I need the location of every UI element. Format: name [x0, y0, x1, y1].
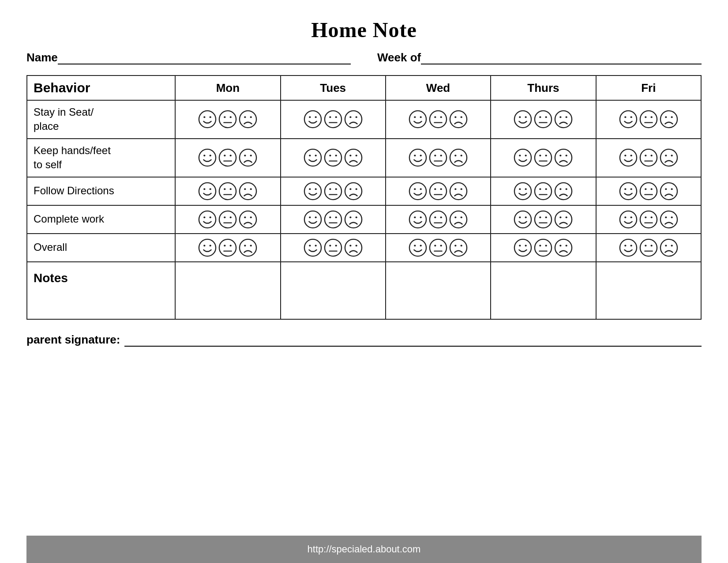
face-group: [494, 148, 593, 167]
face-group: [178, 182, 277, 200]
face-sad: [344, 238, 363, 257]
face-happy: [198, 210, 217, 229]
face-sad: [554, 110, 573, 128]
face-neutral: [639, 238, 658, 257]
face-neutral: [324, 182, 342, 200]
behavior-table: Behavior Mon Tues Wed Thurs Fri Stay in …: [26, 75, 702, 320]
face-happy: [304, 182, 322, 200]
face-group: [284, 182, 383, 200]
face-group: [178, 148, 277, 167]
face-sad: [554, 210, 573, 229]
day-cell: [596, 139, 701, 177]
table-row: Stay in Seat/place: [27, 100, 701, 139]
face-happy: [619, 238, 638, 257]
signature-line: [124, 333, 702, 347]
weekof-label: Week of: [377, 51, 421, 64]
notes-cell: [281, 262, 386, 319]
table-row: Overall: [27, 234, 701, 262]
face-group: [284, 148, 383, 167]
day-cell: [491, 234, 596, 262]
face-neutral: [639, 210, 658, 229]
face-neutral: [534, 210, 552, 229]
face-neutral: [324, 210, 342, 229]
face-neutral: [218, 182, 237, 200]
face-neutral: [324, 110, 342, 128]
face-happy: [198, 238, 217, 257]
day-cell: [596, 234, 701, 262]
face-sad: [344, 210, 363, 229]
face-neutral: [218, 238, 237, 257]
face-happy: [619, 148, 638, 167]
face-happy: [304, 110, 322, 128]
face-happy: [514, 148, 532, 167]
face-happy: [198, 182, 217, 200]
face-group: [599, 110, 698, 128]
face-happy: [619, 210, 638, 229]
face-group: [389, 182, 488, 200]
face-sad: [660, 148, 678, 167]
face-group: [494, 238, 593, 257]
table-row: Notes: [27, 262, 701, 319]
notes-cell: [491, 262, 596, 319]
face-happy: [514, 210, 532, 229]
face-sad: [660, 210, 678, 229]
day-cell: [491, 205, 596, 234]
face-group: [494, 110, 593, 128]
face-neutral: [534, 182, 552, 200]
face-sad: [449, 148, 468, 167]
name-underline: [58, 52, 351, 64]
day-cell: [175, 177, 280, 205]
face-happy: [304, 238, 322, 257]
day-cell: [386, 234, 491, 262]
behavior-label: Complete work: [27, 205, 175, 234]
col-header-mon: Mon: [175, 76, 280, 100]
face-happy: [409, 182, 427, 200]
face-sad: [660, 182, 678, 200]
day-cell: [281, 205, 386, 234]
day-cell: [596, 100, 701, 139]
face-group: [494, 210, 593, 229]
table-header-row: Behavior Mon Tues Wed Thurs Fri: [27, 76, 701, 100]
day-cell: [281, 100, 386, 139]
name-label: Name: [26, 51, 58, 64]
day-cell: [491, 139, 596, 177]
day-cell: [175, 234, 280, 262]
face-neutral: [218, 148, 237, 167]
col-header-thurs: Thurs: [491, 76, 596, 100]
face-sad: [554, 238, 573, 257]
face-happy: [409, 210, 427, 229]
day-cell: [281, 234, 386, 262]
day-cell: [175, 100, 280, 139]
face-group: [599, 238, 698, 257]
behavior-label: Stay in Seat/place: [27, 100, 175, 139]
notes-cell: [386, 262, 491, 319]
weekof-field: Week of: [377, 51, 702, 64]
face-happy: [409, 148, 427, 167]
day-cell: [281, 177, 386, 205]
notes-cell: [596, 262, 701, 319]
face-happy: [304, 148, 322, 167]
face-group: [178, 238, 277, 257]
footer-bar: http://specialed.about.com: [26, 536, 702, 563]
face-group: [178, 110, 277, 128]
face-group: [599, 210, 698, 229]
face-happy: [198, 148, 217, 167]
face-neutral: [534, 110, 552, 128]
face-group: [389, 238, 488, 257]
face-neutral: [429, 148, 447, 167]
face-neutral: [429, 110, 447, 128]
weekof-underline: [421, 52, 702, 64]
face-group: [389, 110, 488, 128]
face-sad: [554, 182, 573, 200]
face-sad: [239, 210, 257, 229]
face-group: [389, 210, 488, 229]
face-happy: [304, 210, 322, 229]
day-cell: [596, 205, 701, 234]
face-sad: [449, 210, 468, 229]
table-row: Complete work: [27, 205, 701, 234]
face-sad: [239, 238, 257, 257]
face-neutral: [429, 182, 447, 200]
table-row: Follow Directions: [27, 177, 701, 205]
behavior-label: Overall: [27, 234, 175, 262]
day-cell: [596, 177, 701, 205]
